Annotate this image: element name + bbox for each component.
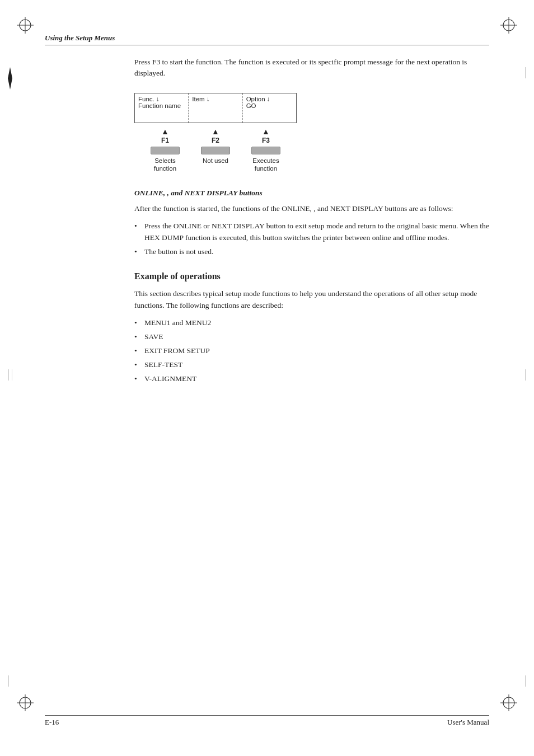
lcd-item-top: Item ↓ bbox=[192, 96, 238, 102]
arrow-up-f2: ▲ bbox=[212, 128, 219, 135]
btn-desc-f3: Executesfunction bbox=[243, 157, 288, 173]
example-bullet-5: V-ALIGNMENT bbox=[134, 373, 489, 385]
button-f2 bbox=[201, 147, 230, 154]
btn-desc-f2: Not used bbox=[193, 157, 238, 173]
bind-mark-left-bot bbox=[8, 675, 12, 689]
reg-mark-br bbox=[500, 694, 517, 711]
lcd-option-bottom: GO bbox=[246, 102, 293, 109]
footer-right: User's Manual bbox=[447, 718, 489, 727]
online-bullet-list: Press the ONLINE or NEXT DISPLAY button … bbox=[134, 220, 489, 258]
content-area: Press F3 to start the function. The func… bbox=[134, 57, 489, 385]
example-bullet-3: EXIT FROM SETUP bbox=[134, 345, 489, 357]
online-bullet-2: The button is not used. bbox=[134, 246, 489, 258]
btn-desc-row: Selectsfunction Not used Executesfunctio… bbox=[134, 157, 297, 173]
btn-label-f1: F1 bbox=[143, 137, 188, 144]
arrow-f2: ▲ bbox=[193, 128, 238, 135]
btn-label-f2: F2 bbox=[193, 137, 238, 144]
online-bullet-1: Press the ONLINE or NEXT DISPLAY button … bbox=[134, 220, 489, 244]
lcd-func-bottom: Function name bbox=[138, 102, 185, 109]
lcd-cell-item: Item ↓ bbox=[189, 93, 242, 123]
section-header: Using the Setup Menus bbox=[45, 34, 489, 45]
bind-mark-right-bot bbox=[522, 675, 526, 689]
online-heading: ONLINE, , and NEXT DISPLAY buttons bbox=[134, 189, 489, 198]
btn-label-row: F1 F2 F3 bbox=[134, 137, 297, 144]
arrow-up-f3: ▲ bbox=[262, 128, 270, 135]
bind-mark-left-top bbox=[8, 67, 12, 92]
footer-rule bbox=[45, 715, 489, 716]
buttons-row bbox=[134, 147, 297, 154]
lcd-option-top: Option ↓ bbox=[246, 96, 293, 102]
reg-mark-tr bbox=[500, 17, 517, 34]
footer: E-16 User's Manual bbox=[45, 718, 489, 727]
button-f3 bbox=[251, 147, 280, 154]
arrows-row: ▲ ▲ ▲ bbox=[134, 128, 297, 135]
reg-mark-tl bbox=[17, 17, 34, 34]
example-bullet-4: SELF-TEST bbox=[134, 359, 489, 371]
page: Using the Setup Menus Press F3 to start … bbox=[0, 0, 534, 756]
button-f1 bbox=[151, 147, 180, 154]
reg-mark-bl bbox=[17, 694, 34, 711]
intro-paragraph: Press F3 to start the function. The func… bbox=[134, 57, 489, 79]
example-bullet-list: MENU1 and MENU2 SAVE EXIT FROM SETUP SEL… bbox=[134, 317, 489, 385]
example-bullet-2: SAVE bbox=[134, 331, 489, 343]
online-body: After the function is started, the funct… bbox=[134, 203, 489, 215]
btn-label-f3: F3 bbox=[243, 137, 288, 144]
lcd-func-top: Func. ↓ bbox=[138, 96, 185, 102]
example-bullet-1: MENU1 and MENU2 bbox=[134, 317, 489, 329]
button-row-container: ▲ ▲ ▲ F1 F2 F3 bbox=[134, 128, 308, 173]
arrow-f3: ▲ bbox=[243, 128, 288, 135]
diagram-container: Func. ↓ Function name Item ↓ Option ↓ GO… bbox=[134, 93, 489, 173]
arrow-f1: ▲ bbox=[143, 128, 188, 135]
example-section: Example of operations This section descr… bbox=[134, 271, 489, 384]
section-header-text: Using the Setup Menus bbox=[45, 34, 115, 42]
online-section: ONLINE, , and NEXT DISPLAY buttons After… bbox=[134, 189, 489, 258]
lcd-cell-option: Option ↓ GO bbox=[243, 93, 296, 123]
btn-desc-f1: Selectsfunction bbox=[143, 157, 188, 173]
lcd-display: Func. ↓ Function name Item ↓ Option ↓ GO bbox=[134, 93, 297, 123]
bind-mark-right-mid bbox=[522, 369, 526, 383]
bind-mark-left-mid bbox=[8, 369, 12, 383]
example-body: This section describes typical setup mod… bbox=[134, 288, 489, 312]
bind-mark-right-top bbox=[522, 67, 526, 81]
footer-left: E-16 bbox=[45, 718, 59, 727]
example-heading: Example of operations bbox=[134, 271, 489, 281]
lcd-cell-func: Func. ↓ Function name bbox=[135, 93, 189, 123]
arrow-up-f1: ▲ bbox=[161, 128, 169, 135]
